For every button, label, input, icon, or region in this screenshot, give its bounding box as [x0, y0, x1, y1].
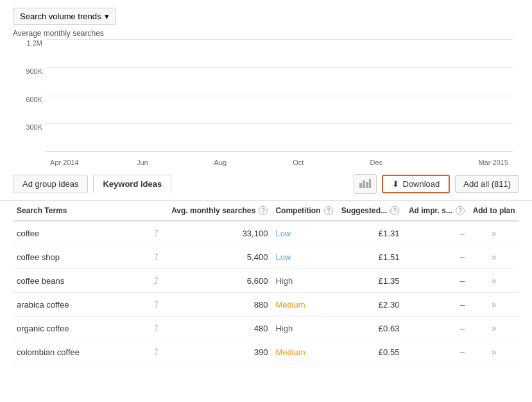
cell-monthly: 480 — [167, 317, 271, 340]
cell-competition: Low — [271, 245, 337, 269]
cell-competition: Low — [271, 221, 337, 245]
col-header-addplan: Add to plan — [468, 201, 519, 221]
add-all-button[interactable]: Add all (811) — [455, 175, 519, 193]
x-label — [396, 159, 435, 166]
competition-help-icon[interactable]: ? — [324, 206, 333, 215]
chart-dropdown-button[interactable]: Search volume trends ▾ — [13, 8, 116, 25]
chart-section: Search volume trends ▾ Average monthly s… — [0, 0, 532, 168]
cell-trend-icon[interactable]: ⤴ — [145, 317, 167, 340]
adimpr-help-icon[interactable]: ? — [456, 206, 465, 215]
table-row: colombian coffee ⤴ 390 Medium £0.55 – » — [13, 340, 519, 364]
cell-trend-icon[interactable]: ⤴ — [145, 269, 167, 293]
table-row: arabica coffee ⤴ 880 Medium £2.30 – » — [13, 293, 519, 317]
x-label: Oct — [279, 159, 318, 166]
cell-monthly: 6,600 — [167, 269, 271, 293]
chart-x-labels: Apr 2014JunAugOctDecMar 2015 — [45, 159, 513, 166]
cell-add-plan[interactable]: » — [468, 269, 519, 293]
tab-ad-group-ideas[interactable]: Ad group ideas — [13, 175, 88, 193]
cell-monthly: 390 — [167, 340, 271, 364]
svg-rect-1 — [363, 180, 365, 188]
cell-adimpr: – — [403, 293, 468, 317]
chevron-down-icon: ▾ — [105, 12, 109, 21]
x-label: Apr 2014 — [45, 159, 84, 166]
cell-adimpr: – — [403, 317, 468, 340]
svg-rect-2 — [366, 182, 368, 188]
keyword-table: Search Terms Avg. monthly searches ? Com… — [13, 201, 519, 364]
cell-suggested: £1.31 — [338, 221, 404, 245]
monthly-help-icon[interactable]: ? — [259, 206, 268, 215]
cell-search-term: colombian coffee — [13, 340, 145, 364]
cell-suggested: £1.51 — [338, 245, 404, 269]
cell-add-plan[interactable]: » — [468, 221, 519, 245]
cell-monthly: 5,400 — [167, 245, 271, 269]
col-header-adimpr: Ad impr. s... ? — [403, 201, 468, 221]
chart-subtitle: Average monthly searches — [13, 29, 519, 38]
cell-adimpr: – — [403, 340, 468, 364]
cell-search-term: organic coffee — [13, 317, 145, 340]
y-label-3: 600K — [14, 96, 42, 103]
x-label: Jun — [123, 159, 162, 166]
y-label-2: 900K — [14, 67, 42, 75]
col-header-suggested: Suggested... ? — [338, 201, 404, 221]
col-header-trend — [145, 201, 167, 221]
y-label-1: 1.2M — [14, 39, 42, 47]
x-label — [318, 159, 357, 166]
chart-dropdown-label: Search volume trends — [20, 12, 101, 21]
cell-suggested: £1.35 — [338, 269, 404, 293]
cell-adimpr: – — [403, 269, 468, 293]
cell-add-plan[interactable]: » — [468, 293, 519, 317]
cell-suggested: £0.55 — [338, 340, 404, 364]
cell-competition: Medium — [271, 340, 337, 364]
cell-search-term: coffee — [13, 221, 145, 245]
x-label: Aug — [201, 159, 240, 166]
chart-header: Search volume trends ▾ — [13, 8, 519, 25]
cell-suggested: £0.63 — [338, 317, 404, 340]
col-header-monthly: Avg. monthly searches ? — [167, 201, 271, 221]
cell-trend-icon[interactable]: ⤴ — [145, 340, 167, 364]
col-header-search-terms: Search Terms — [13, 201, 145, 221]
chart-y-axis: 1.2M 900K 600K 300K — [14, 39, 42, 152]
cell-search-term: coffee beans — [13, 269, 145, 293]
cell-trend-icon[interactable]: ⤴ — [145, 245, 167, 269]
cell-trend-icon[interactable]: ⤴ — [145, 293, 167, 317]
x-label: Dec — [357, 159, 396, 166]
x-label — [435, 159, 474, 166]
col-header-competition: Competition ? — [271, 201, 337, 221]
chart-view-toggle-button[interactable] — [354, 174, 377, 194]
chart-container: 1.2M 900K 600K 300K Apr 2014JunAugOctDec… — [45, 39, 513, 168]
bar-chart-icon — [359, 178, 371, 190]
download-button[interactable]: ⬇ Download — [382, 175, 450, 193]
cell-adimpr: – — [403, 221, 468, 245]
table-row: coffee ⤴ 33,100 Low £1.31 – » — [13, 221, 519, 245]
table-wrap: Search Terms Avg. monthly searches ? Com… — [0, 201, 532, 364]
table-row: organic coffee ⤴ 480 High £0.63 – » — [13, 317, 519, 340]
cell-search-term: coffee shop — [13, 245, 145, 269]
cell-trend-icon[interactable]: ⤴ — [145, 221, 167, 245]
suggested-help-icon[interactable]: ? — [390, 206, 399, 215]
cell-competition: High — [271, 269, 337, 293]
cell-add-plan[interactable]: » — [468, 340, 519, 364]
cell-competition: High — [271, 317, 337, 340]
svg-rect-3 — [369, 179, 371, 188]
download-icon: ⬇ — [392, 179, 399, 189]
cell-monthly: 880 — [167, 293, 271, 317]
x-label — [162, 159, 201, 166]
cell-add-plan[interactable]: » — [468, 245, 519, 269]
cell-add-plan[interactable]: » — [468, 317, 519, 340]
tab-keyword-ideas[interactable]: Keyword ideas — [93, 175, 171, 193]
cell-adimpr: – — [403, 245, 468, 269]
tabs-toolbar: Ad group ideas Keyword ideas ⬇ Download … — [0, 168, 532, 201]
x-label — [84, 159, 123, 166]
svg-rect-0 — [359, 183, 362, 188]
table-row: coffee beans ⤴ 6,600 High £1.35 – » — [13, 269, 519, 293]
table-row: coffee shop ⤴ 5,400 Low £1.51 – » — [13, 245, 519, 269]
chart-bars-area — [45, 39, 513, 152]
x-label: Mar 2015 — [474, 159, 513, 166]
cell-suggested: £2.30 — [338, 293, 404, 317]
cell-competition: Medium — [271, 293, 337, 317]
download-label: Download — [402, 179, 440, 189]
x-label — [240, 159, 279, 166]
cell-search-term: arabica coffee — [13, 293, 145, 317]
y-label-4: 300K — [14, 123, 42, 131]
cell-monthly: 33,100 — [167, 221, 271, 245]
